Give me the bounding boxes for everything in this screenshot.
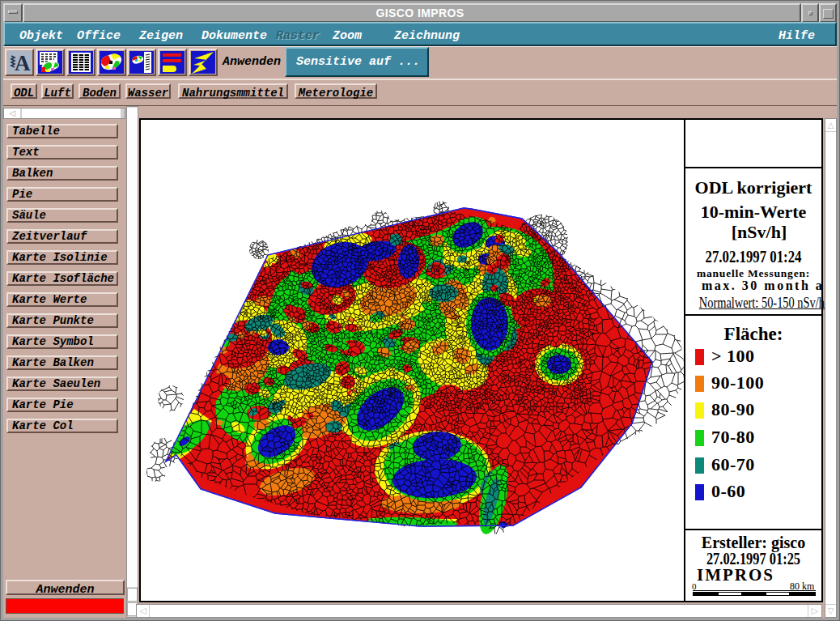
svg-text:A: A	[15, 51, 31, 74]
